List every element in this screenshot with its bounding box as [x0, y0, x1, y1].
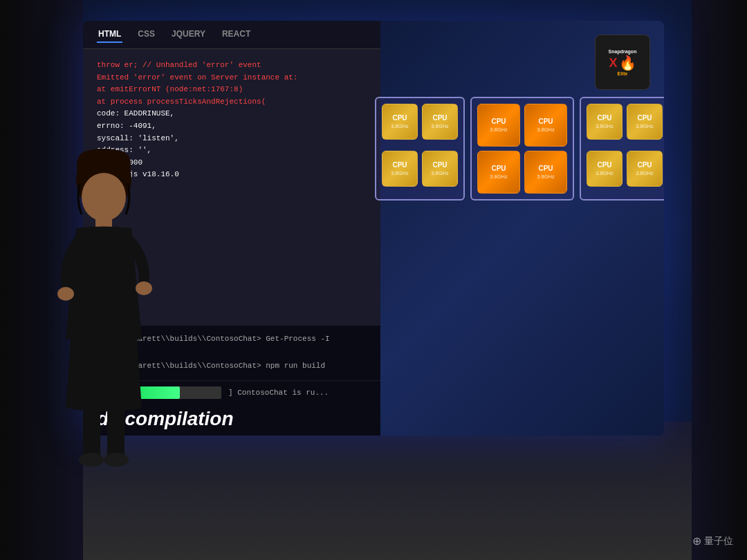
cpu-tile-3-4: CPU 3.8GHz — [627, 151, 663, 187]
wechat-icon: ⊕ — [692, 534, 701, 548]
wechat-watermark: ⊕ 量子位 — [692, 534, 733, 548]
svg-rect-5 — [83, 401, 100, 456]
svg-point-3 — [57, 287, 74, 301]
progress-text: ] ContosoChat is ru... — [228, 389, 329, 397]
snapdragon-model: X — [609, 56, 617, 71]
cpu-group-3: CPU 3.8GHz CPU 3.8GHz CPU 3.8GHz CPU 3.8… — [580, 97, 664, 200]
cpu-tile-1-4: CPU 3.8GHz — [422, 151, 458, 187]
cpu-tile-2-2: CPU 3.8GHz — [524, 104, 567, 147]
cpu-group-1: CPU 3.8GHz CPU 3.8GHz CPU 3.8GHz CPU 3.8… — [375, 97, 465, 200]
cpu-tile-1-1: CPU 3.8GHz — [382, 104, 418, 140]
code-line-5: code: EADDRINUSE, — [97, 108, 367, 120]
cpu-tile-2-1: CPU 3.8GHz — [477, 104, 520, 147]
cpu-tile-3-1: CPU 3.8GHz — [587, 104, 622, 140]
svg-rect-6 — [107, 401, 124, 456]
code-line-6: errno: -4091, — [97, 120, 367, 133]
code-line-3: at emitErrorNT (node:net:1767:8) — [97, 84, 367, 96]
code-line-4: at process processTicksAndRejections( — [97, 96, 367, 109]
tab-html[interactable]: HTML — [97, 26, 122, 43]
code-line-2: Emitted 'error' event on Server instance… — [97, 72, 367, 84]
snapdragon-brand: Snapdragon — [609, 48, 637, 55]
code-line-7: syscall: 'listen', — [97, 133, 367, 145]
cpu-tile-1-2: CPU 3.8GHz — [422, 104, 458, 140]
snapdragon-flame-icon: 🔥 — [619, 55, 636, 71]
presenter-person — [35, 145, 173, 484]
cpu-grid: CPU 3.8GHz CPU 3.8GHz CPU 3.8GHz CPU 3.8… — [394, 97, 650, 200]
tab-css[interactable]: CSS — [136, 26, 156, 43]
cpu-tile-3-2: CPU 3.8GHz — [627, 104, 663, 140]
wechat-brand-text: 量子位 — [704, 535, 733, 548]
tab-jquery[interactable]: JQUERY — [170, 26, 207, 43]
tab-bar: HTML CSS JQUERY REACT — [83, 21, 380, 49]
svg-point-7 — [79, 453, 104, 467]
svg-point-8 — [104, 453, 129, 467]
cpu-tile-2-4: CPU 3.8GHz — [524, 151, 567, 194]
stage-right-panel — [692, 0, 747, 560]
tab-react[interactable]: REACT — [221, 26, 252, 43]
cpu-tile-2-3: CPU 3.8GHz — [477, 151, 520, 194]
snapdragon-tier: Elite — [618, 71, 628, 76]
svg-point-1 — [82, 173, 126, 221]
cpu-group-2: CPU 3.8GHz CPU 3.8GHz CPU 3.8GHz CPU 3.8… — [470, 97, 574, 200]
code-line-1: throw er; // Unhandled 'error' event — [97, 59, 367, 72]
snapdragon-logo: Snapdragon X 🔥 Elite — [595, 35, 650, 90]
cpu-tile-1-3: CPU 3.8GHz — [382, 151, 418, 187]
cpu-panel: Snapdragon X 🔥 Elite CPU 3.8GHz CPU 3.8G… — [380, 21, 664, 436]
svg-point-4 — [136, 281, 152, 295]
cpu-tile-3-3: CPU 3.8GHz — [587, 151, 622, 187]
